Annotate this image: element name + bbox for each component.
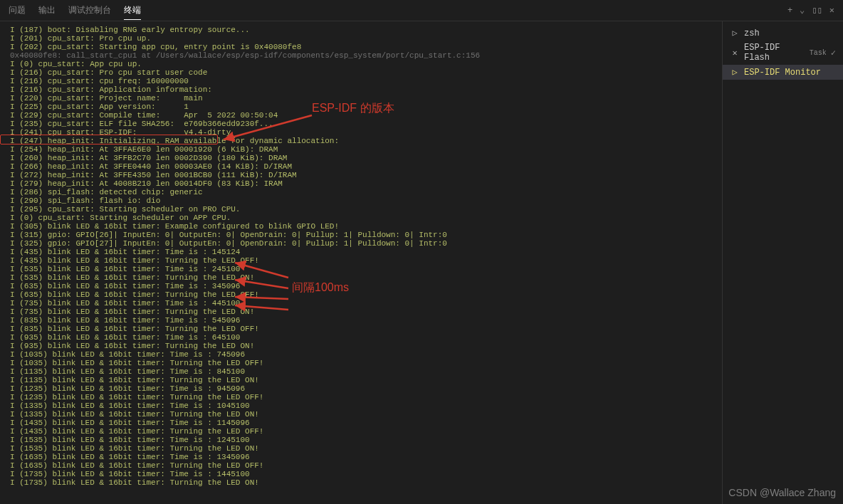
log-line: I (735) blink LED & 16bit timer: Turning… [10, 308, 712, 316]
log-line: I (835) blink LED & 16bit timer: Time is… [10, 316, 712, 325]
log-line: I (1435) blink LED & 16bit timer: Turnin… [10, 427, 712, 436]
tab-debug-console[interactable]: 调试控制台 [68, 1, 111, 20]
log-line: I (1135) blink LED & 16bit timer: Time i… [10, 367, 712, 376]
log-line: I (735) blink LED & 16bit timer: Time is… [10, 299, 712, 308]
log-line: I (1535) blink LED & 16bit timer: Turnin… [10, 444, 712, 453]
terminal-icon: ▷ [730, 67, 740, 78]
log-line: I (635) blink LED & 16bit timer: Time is… [10, 282, 712, 290]
log-line: I (202) cpu_start: Starting app cpu, ent… [10, 43, 712, 51]
log-line: I (835) blink LED & 16bit timer: Turning… [10, 325, 712, 333]
panel-tabs: 问题 输出 调试控制台 终端 [9, 1, 141, 20]
log-line: I (1035) blink LED & 16bit timer: Turnin… [10, 359, 712, 367]
terminal-item-label: ESP-IDF Flash [744, 43, 802, 63]
log-line: I (272) heap_init: At 3FFE4350 len 0001B… [10, 171, 712, 179]
log-line: I (535) blink LED & 16bit timer: Time is… [10, 265, 712, 273]
log-line: I (220) cpu_start: Project name: main [10, 94, 712, 103]
terminal-item-label: zsh [744, 28, 836, 38]
terminal-item-monitor[interactable]: ▷ ESP-IDF Monitor [723, 65, 843, 80]
log-line: I (935) blink LED & 16bit timer: Turning… [10, 342, 712, 350]
log-line: I (435) blink LED & 16bit timer: Turning… [10, 256, 712, 265]
log-line: I (247) heap_init: Initializing. RAM ava… [10, 137, 712, 145]
terminal-item-flash[interactable]: ✕ ESP-IDF Flash Task ✓ [723, 41, 843, 65]
log-line: I (216) cpu_start: Pro cpu start user co… [10, 68, 712, 77]
log-line: I (295) cpu_start: Starting scheduler on… [10, 205, 712, 214]
log-line: I (1435) blink LED & 16bit timer: Time i… [10, 419, 712, 427]
log-line: I (201) cpu_start: Pro cpu up. [10, 34, 712, 43]
log-line: I (435) blink LED & 16bit timer: Time is… [10, 248, 712, 256]
log-line: I (1635) blink LED & 16bit timer: Time i… [10, 453, 712, 461]
log-line: I (1035) blink LED & 16bit timer: Time i… [10, 350, 712, 359]
split-terminal-icon[interactable]: ▯▯ [812, 5, 822, 16]
log-line: I (1735) blink LED & 16bit timer: Turnin… [10, 478, 712, 487]
log-line: I (1135) blink LED & 16bit timer: Turnin… [10, 376, 712, 384]
log-line: I (286) spi_flash: detected chip: generi… [10, 188, 712, 196]
log-line: I (0) cpu_start: Starting scheduler on A… [10, 214, 712, 222]
log-line: I (1335) blink LED & 16bit timer: Turnin… [10, 410, 712, 419]
tab-problems[interactable]: 问题 [9, 1, 26, 20]
log-line: I (254) heap_init: At 3FFAE6E0 len 00001… [10, 145, 712, 154]
log-line: 0x40080fe8: call_start_cpu1 at /Users/wa… [10, 51, 712, 60]
log-line: I (290) spi_flash: flash io: dio [10, 196, 712, 205]
log-line: I (1235) blink LED & 16bit timer: Turnin… [10, 393, 712, 401]
log-line: I (635) blink LED & 16bit timer: Turning… [10, 290, 712, 299]
log-line: I (325) gpio: GPIO[27]| InputEn: 0| Outp… [10, 239, 712, 248]
log-line: I (935) blink LED & 16bit timer: Time is… [10, 333, 712, 342]
log-line: I (1735) blink LED & 16bit timer: Time i… [10, 470, 712, 478]
log-line: I (535) blink LED & 16bit timer: Turning… [10, 273, 712, 282]
main-area: I (187) boot: Disabling RNG early entrop… [0, 21, 843, 504]
terminal-item-sublabel: Task [810, 49, 827, 57]
terminal-list-panel: ▷ zsh ✕ ESP-IDF Flash Task ✓ ▷ ESP-IDF M… [722, 21, 843, 504]
panel-actions: + ⌄ ▯▯ ✕ [787, 5, 834, 16]
terminal-output[interactable]: I (187) boot: Disabling RNG early entrop… [0, 21, 722, 504]
log-line: I (279) heap_init: At 4008B210 len 00014… [10, 179, 712, 188]
terminal-chevron-icon[interactable]: ⌄ [800, 5, 805, 16]
log-line: I (305) blink LED & 16bit timer: Example… [10, 222, 712, 231]
panel-tab-bar: 问题 输出 调试控制台 终端 + ⌄ ▯▯ ✕ [0, 0, 843, 21]
log-line: I (0) cpu_start: App cpu up. [10, 60, 712, 68]
log-line: I (235) cpu_start: ELF file SHA256: e769… [10, 120, 712, 128]
new-terminal-icon[interactable]: + [787, 6, 792, 16]
log-line: I (229) cpu_start: Compile time: Apr 5 2… [10, 111, 712, 120]
log-line: I (1635) blink LED & 16bit timer: Turnin… [10, 461, 712, 470]
log-line: I (266) heap_init: At 3FFE0440 len 00003… [10, 162, 712, 171]
log-line: I (1335) blink LED & 16bit timer: Time i… [10, 401, 712, 410]
log-line: I (187) boot: Disabling RNG early entrop… [10, 26, 712, 34]
check-icon: ✓ [831, 48, 836, 58]
log-line: I (315) gpio: GPIO[26]| InputEn: 0| Outp… [10, 231, 712, 239]
log-line: I (216) cpu_start: cpu freq: 160000000 [10, 77, 712, 85]
log-line: I (216) cpu_start: Application informati… [10, 85, 712, 94]
terminal-item-label: ESP-IDF Monitor [744, 68, 836, 78]
terminal-item-zsh[interactable]: ▷ zsh [723, 26, 843, 41]
tab-terminal[interactable]: 终端 [124, 1, 141, 20]
tools-icon: ✕ [730, 48, 740, 58]
log-line: I (260) heap_init: At 3FFB2C70 len 0002D… [10, 154, 712, 162]
tab-output[interactable]: 输出 [38, 1, 56, 20]
log-line: I (225) cpu_start: App version: 1 [10, 103, 712, 111]
close-panel-icon[interactable]: ✕ [829, 5, 834, 16]
log-line: I (1235) blink LED & 16bit timer: Time i… [10, 384, 712, 393]
log-line: I (241) cpu_start: ESP-IDF: v4.4-dirty [10, 128, 712, 137]
log-line: I (1535) blink LED & 16bit timer: Time i… [10, 436, 712, 444]
terminal-icon: ▷ [730, 28, 740, 38]
